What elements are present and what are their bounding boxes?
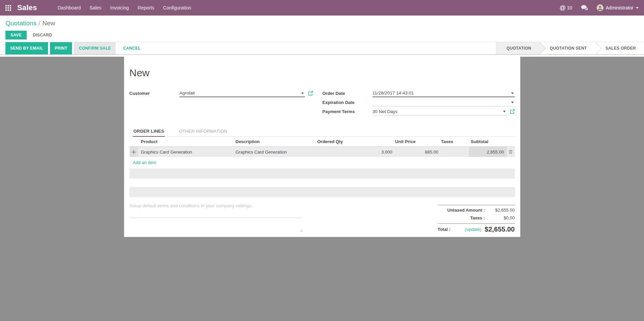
confirm-sale-button[interactable]: CONFIRM SALE: [74, 42, 116, 54]
apps-grid-icon[interactable]: [5, 5, 11, 11]
delete-row-button[interactable]: [507, 147, 515, 157]
cancel-button[interactable]: CANCEL: [118, 42, 146, 54]
cell-description[interactable]: Graphics Card Generation: [233, 147, 317, 157]
order-date-field[interactable]: 11/28/2017 14:43:01: [373, 89, 515, 97]
chevron-down-icon[interactable]: [301, 92, 304, 94]
user-name: Administrator: [606, 5, 634, 10]
column-header-description[interactable]: Description: [233, 139, 317, 144]
payment-terms-value: 30 Net Days: [373, 109, 398, 114]
payment-terms-field[interactable]: 30 Net Days: [373, 108, 507, 115]
notebook-tabs: ORDER LINES OTHER INFORMATION: [129, 129, 515, 137]
form-sheet: New Customer Agrolait: [124, 57, 520, 237]
customer-label: Customer: [129, 91, 180, 96]
cell-unit-price[interactable]: 885.00: [395, 147, 441, 157]
tab-order-lines[interactable]: ORDER LINES: [133, 129, 165, 137]
column-header-product[interactable]: Product: [138, 139, 233, 144]
record-title: New: [129, 57, 515, 79]
statusbar: SEND BY EMAIL PRINT CONFIRM SALE CANCEL …: [0, 42, 644, 55]
nav-item-invoicing[interactable]: Invoicing: [106, 0, 133, 16]
activities-button[interactable]: @ 10: [559, 5, 572, 11]
breadcrumb-current: New: [42, 20, 55, 27]
nav-item-configuration[interactable]: Configuration: [159, 0, 195, 16]
total-value: $2,655.00: [485, 225, 515, 233]
taxes-total-label: Taxes :: [438, 215, 485, 220]
terms-and-conditions-input[interactable]: [129, 203, 303, 218]
resize-handle-icon[interactable]: [300, 228, 303, 234]
user-menu[interactable]: Administrator: [597, 4, 639, 11]
column-header-subtotal[interactable]: Subtotal: [469, 139, 507, 144]
expiration-date-label: Expiration Date: [323, 100, 373, 105]
column-header-unit-price[interactable]: Unit Price: [395, 139, 441, 144]
breadcrumb: Quotations/New: [5, 19, 639, 28]
customer-field[interactable]: Agrolait: [180, 89, 305, 97]
order-date-value: 11/28/2017 14:43:01: [373, 90, 414, 96]
empty-section-bar: [129, 187, 515, 197]
control-panel: Quotations/New SAVE DISCARD: [0, 16, 644, 42]
customer-value: Agrolait: [180, 90, 195, 96]
external-link-icon[interactable]: [510, 109, 515, 114]
payment-terms-label: Payment Terms: [323, 109, 373, 114]
totals-panel: Untaxed Amount : $2,655.00 Taxes : $0.00…: [438, 205, 515, 235]
untaxed-amount-value: $2,655.00: [485, 208, 515, 213]
mention-icon: @: [559, 5, 566, 11]
messages-button[interactable]: [581, 5, 588, 11]
status-step-quotation[interactable]: QUOTATION: [496, 42, 539, 54]
nav-item-sales[interactable]: Sales: [85, 0, 106, 16]
print-button[interactable]: PRINT: [50, 42, 72, 54]
breadcrumb-separator: /: [39, 20, 40, 27]
cell-ordered-qty[interactable]: 3.000: [317, 147, 395, 157]
nav-item-reports[interactable]: Reports: [133, 0, 159, 16]
user-avatar: [597, 4, 603, 11]
add-an-item-link[interactable]: Add an item: [129, 159, 515, 166]
status-step-sales-order[interactable]: SALES ORDER: [595, 42, 644, 54]
status-pipeline: QUOTATION QUOTATION SENT SALES ORDER: [496, 42, 644, 54]
total-label: Total :: [438, 227, 451, 232]
breadcrumb-quotations[interactable]: Quotations: [5, 20, 37, 27]
app-brand[interactable]: Sales: [17, 3, 37, 12]
taxes-total-value: $0.00: [485, 215, 515, 220]
table-header-row: Product Description Ordered Qty Unit Pri…: [129, 137, 515, 147]
cell-subtotal[interactable]: 2,655.00: [469, 147, 507, 157]
activity-count: 10: [567, 5, 572, 10]
update-taxes-link[interactable]: (update): [455, 227, 481, 232]
chevron-down-icon: [636, 7, 639, 9]
table-row[interactable]: Graphics Card Generation Graphics Card G…: [129, 147, 515, 157]
chevron-down-icon[interactable]: [511, 92, 514, 94]
expiration-date-field[interactable]: [373, 99, 515, 106]
form-background: New Customer Agrolait: [0, 57, 644, 321]
cell-taxes[interactable]: [441, 147, 469, 157]
drag-handle-icon[interactable]: [129, 147, 138, 157]
send-by-email-button[interactable]: SEND BY EMAIL: [5, 42, 48, 54]
empty-section-bar: [129, 168, 515, 179]
order-lines-table: Product Description Ordered Qty Unit Pri…: [129, 137, 515, 197]
untaxed-amount-label: Untaxed Amount :: [438, 208, 485, 213]
cell-product[interactable]: Graphics Card Generation: [138, 147, 233, 157]
external-link-icon[interactable]: [308, 91, 313, 96]
top-navbar: Sales Dashboard Sales Invoicing Reports …: [0, 0, 644, 16]
trash-icon: [508, 150, 513, 154]
nav-item-dashboard[interactable]: Dashboard: [53, 0, 86, 16]
column-header-ordered-qty[interactable]: Ordered Qty: [317, 139, 395, 144]
column-header-taxes[interactable]: Taxes: [441, 139, 469, 144]
order-date-label: Order Date: [323, 91, 373, 96]
tab-other-information[interactable]: OTHER INFORMATION: [178, 129, 228, 136]
save-button[interactable]: SAVE: [5, 31, 27, 39]
status-step-quotation-sent[interactable]: QUOTATION SENT: [539, 42, 595, 54]
chat-bubbles-icon: [581, 5, 588, 11]
discard-button[interactable]: DISCARD: [33, 33, 52, 37]
chevron-down-icon[interactable]: [503, 111, 506, 112]
chevron-down-icon[interactable]: [511, 102, 514, 103]
